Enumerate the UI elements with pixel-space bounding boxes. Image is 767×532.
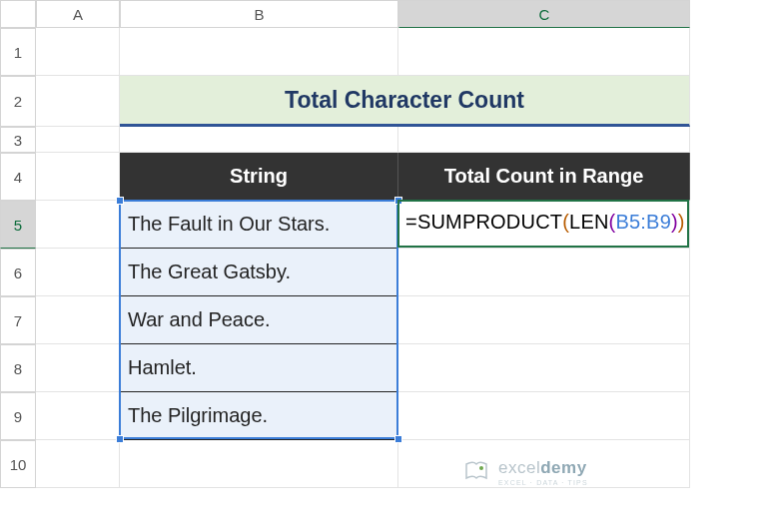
formula-edit-overlay[interactable]: =SUMPRODUCT(LEN(B5:B9)): [405, 211, 685, 234]
range-handle[interactable]: [116, 435, 124, 443]
watermark: exceldemy EXCEL · DATA · TIPS: [462, 458, 588, 486]
row-header-3[interactable]: 3: [0, 127, 36, 153]
row-header-8[interactable]: 8: [0, 344, 36, 392]
title-cell[interactable]: Total Character Count: [120, 76, 690, 127]
cell-a9[interactable]: [36, 392, 120, 440]
col-header-c[interactable]: C: [398, 0, 690, 28]
row-header-6[interactable]: 6: [0, 249, 36, 296]
cell-b10[interactable]: [120, 440, 398, 488]
range-handle[interactable]: [394, 435, 402, 443]
watermark-tagline: EXCEL · DATA · TIPS: [498, 479, 588, 486]
cell-a10[interactable]: [36, 440, 120, 488]
range-handle[interactable]: [394, 197, 402, 205]
row-header-9[interactable]: 9: [0, 392, 36, 440]
row-header-5[interactable]: 5: [0, 201, 36, 249]
col-header-a[interactable]: A: [36, 0, 120, 28]
spreadsheet-grid: A B C 1 2 Total Character Count 3 4 Stri…: [0, 0, 767, 488]
cell-c1[interactable]: [398, 28, 690, 76]
watermark-name: exceldemy: [498, 459, 588, 476]
paren-close-2: ): [671, 211, 678, 233]
cell-a6[interactable]: [36, 249, 120, 296]
cell-b8[interactable]: Hamlet.: [120, 344, 398, 392]
cell-b1[interactable]: [120, 28, 398, 76]
header-count[interactable]: Total Count in Range: [398, 153, 690, 201]
range-handle[interactable]: [116, 197, 124, 205]
cell-c8[interactable]: [398, 344, 690, 392]
book-icon: [462, 458, 490, 486]
row-header-1[interactable]: 1: [0, 28, 36, 76]
row-header-4[interactable]: 4: [0, 153, 36, 201]
cell-b9[interactable]: The Pilgrimage.: [120, 392, 398, 440]
formula-text: =SUMPRODUCT: [405, 211, 562, 233]
cell-b3[interactable]: [120, 127, 398, 153]
cell-a8[interactable]: [36, 344, 120, 392]
cell-a2[interactable]: [36, 76, 120, 127]
cell-c3[interactable]: [398, 127, 690, 153]
row-header-7[interactable]: 7: [0, 296, 36, 344]
cell-a1[interactable]: [36, 28, 120, 76]
cell-b5[interactable]: The Fault in Our Stars.: [120, 201, 398, 249]
formula-fn-len: LEN: [569, 211, 609, 233]
cell-a5[interactable]: [36, 201, 120, 249]
cell-b7[interactable]: War and Peace.: [120, 296, 398, 344]
col-header-b[interactable]: B: [120, 0, 398, 28]
formula-ref: B5:B9: [615, 211, 670, 233]
cell-a4[interactable]: [36, 153, 120, 201]
paren-close-1: ): [678, 211, 685, 233]
header-string[interactable]: String: [120, 153, 398, 201]
select-all-corner[interactable]: [0, 0, 36, 28]
cell-a7[interactable]: [36, 296, 120, 344]
cell-a3[interactable]: [36, 127, 120, 153]
cell-c6[interactable]: [398, 249, 690, 296]
row-header-2[interactable]: 2: [0, 76, 36, 127]
cell-b6[interactable]: The Great Gatsby.: [120, 249, 398, 296]
row-header-10[interactable]: 10: [0, 440, 36, 488]
cell-c9[interactable]: [398, 392, 690, 440]
svg-point-0: [479, 466, 483, 470]
cell-c7[interactable]: [398, 296, 690, 344]
